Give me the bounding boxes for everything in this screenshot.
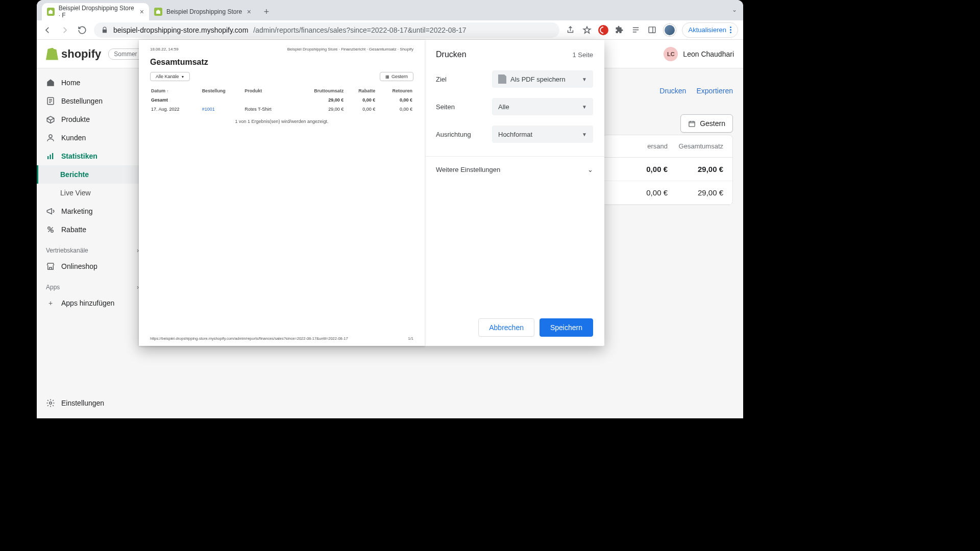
- preview-doc-title: Beispiel Dropshipping Store · Finanzberi…: [287, 47, 413, 52]
- th-discount: Rabatte: [345, 86, 376, 95]
- pages-label: Seiten: [436, 103, 487, 111]
- print-dialog: 18.08.22, 14:59 Beispiel Dropshipping St…: [139, 40, 604, 346]
- total-label: Gesamt: [150, 95, 201, 105]
- tabs-dropdown-icon[interactable]: ⌄: [732, 6, 737, 13]
- save-button[interactable]: Speichern: [540, 318, 593, 337]
- side-panel-icon[interactable]: [647, 25, 657, 35]
- more-settings-toggle[interactable]: Weitere Einstellungen ⌄: [436, 166, 593, 173]
- preview-date-btn: ▦ Gestern: [380, 72, 413, 81]
- profile-avatar-icon[interactable]: [664, 24, 676, 36]
- dialog-title: Drucken: [436, 50, 467, 59]
- orientation-select[interactable]: Hochformat ▼: [492, 126, 593, 143]
- total-discount: 0,00 €: [345, 95, 376, 105]
- print-options-pane: Drucken 1 Seite Ziel Als PDF speichern ▼…: [425, 40, 604, 346]
- forward-button[interactable]: [59, 24, 70, 36]
- preview-table: Datum ↑ Bestellung Produkt Bruttoumsatz …: [150, 86, 413, 114]
- row-returns: 0,00 €: [376, 105, 413, 114]
- kebab-icon: [729, 27, 731, 33]
- th-date: Datum ↑: [150, 86, 201, 95]
- browser-tab-strip: Beispiel Dropshipping Store · F × Beispi…: [37, 0, 743, 20]
- th-returns: Retouren: [376, 86, 413, 95]
- update-chrome-button[interactable]: Aktualisieren: [682, 22, 738, 38]
- bookmark-star-icon[interactable]: [582, 25, 592, 35]
- row-order: #1001: [201, 105, 244, 114]
- close-tab-icon[interactable]: ×: [140, 8, 144, 16]
- total-gross: 29,00 €: [292, 95, 345, 105]
- page-count: 1 Seite: [573, 51, 593, 59]
- preview-results-note: 1 von 1 Ergebnis(sen) wird/werden angeze…: [150, 119, 413, 124]
- pages-value: Alle: [498, 103, 509, 111]
- favicon-shopify-icon: [47, 8, 55, 16]
- tab-title: Beispiel Dropshipping Store · F: [59, 5, 136, 19]
- svg-rect-0: [649, 27, 655, 33]
- orient-label: Ausrichtung: [436, 131, 487, 138]
- preview-sheet: 18.08.22, 14:59 Beispiel Dropshipping St…: [139, 40, 425, 346]
- share-icon[interactable]: [566, 25, 576, 35]
- close-tab-icon[interactable]: ×: [247, 8, 251, 16]
- print-preview-pane: 18.08.22, 14:59 Beispiel Dropshipping St…: [139, 40, 425, 346]
- caret-down-icon: ▼: [582, 77, 587, 82]
- caret-down-icon: ▼: [582, 104, 587, 110]
- reading-list-icon[interactable]: [631, 25, 641, 35]
- th-order: Bestellung: [201, 86, 244, 95]
- lock-icon: [101, 27, 108, 34]
- new-tab-button[interactable]: +: [259, 5, 274, 19]
- url-host: beispiel-dropshipping-store.myshopify.co…: [113, 26, 248, 34]
- destination-select[interactable]: Als PDF speichern ▼: [492, 70, 593, 88]
- browser-toolbar: beispiel-dropshipping-store.myshopify.co…: [37, 20, 743, 40]
- dest-label: Ziel: [436, 76, 487, 83]
- browser-tab-inactive[interactable]: Beispiel Dropshipping Store ×: [149, 3, 256, 20]
- caret-down-icon: ▼: [582, 132, 587, 137]
- total-returns: 0,00 €: [376, 95, 413, 105]
- browser-tab-active[interactable]: Beispiel Dropshipping Store · F ×: [42, 3, 149, 20]
- extension-adblock-icon[interactable]: [598, 25, 608, 35]
- mouse-cursor-icon: [888, 52, 894, 60]
- update-label: Aktualisieren: [689, 26, 726, 34]
- address-bar[interactable]: beispiel-dropshipping-store.myshopify.co…: [94, 22, 559, 38]
- print-dialog-overlay: 18.08.22, 14:59 Beispiel Dropshipping St…: [37, 40, 743, 418]
- preview-heading: Gesamtumsatz: [150, 58, 413, 67]
- th-gross: Bruttoumsatz: [292, 86, 345, 95]
- divider: [425, 156, 604, 157]
- extensions-puzzle-icon[interactable]: [615, 25, 625, 35]
- orient-value: Hochformat: [498, 131, 532, 138]
- preview-channel-btn: Alle Kanäle ▼: [150, 72, 190, 81]
- chevron-down-icon: ⌄: [587, 166, 593, 173]
- more-label: Weitere Einstellungen: [436, 166, 500, 173]
- tab-title: Beispiel Dropshipping Store: [166, 8, 242, 15]
- preview-footer-page: 1/1: [408, 336, 413, 341]
- th-product: Produkt: [243, 86, 291, 95]
- preview-footer-url: https://beispiel-dropshipping-store.mysh…: [150, 336, 348, 341]
- cancel-button[interactable]: Abbrechen: [478, 318, 534, 337]
- favicon-shopify-icon: [154, 8, 162, 16]
- url-path: /admin/reports/finances/sales?since=2022…: [253, 26, 466, 34]
- row-product: Rotes T-Shirt: [243, 105, 291, 114]
- back-button[interactable]: [42, 24, 53, 36]
- dest-value: Als PDF speichern: [510, 76, 566, 83]
- pdf-doc-icon: [498, 74, 506, 84]
- reload-button[interactable]: [77, 24, 88, 36]
- pages-select[interactable]: Alle ▼: [492, 98, 593, 115]
- preview-timestamp: 18.08.22, 14:59: [150, 47, 179, 52]
- row-gross: 29,00 €: [292, 105, 345, 114]
- row-discount: 0,00 €: [345, 105, 376, 114]
- row-date: 17. Aug. 2022: [150, 105, 201, 114]
